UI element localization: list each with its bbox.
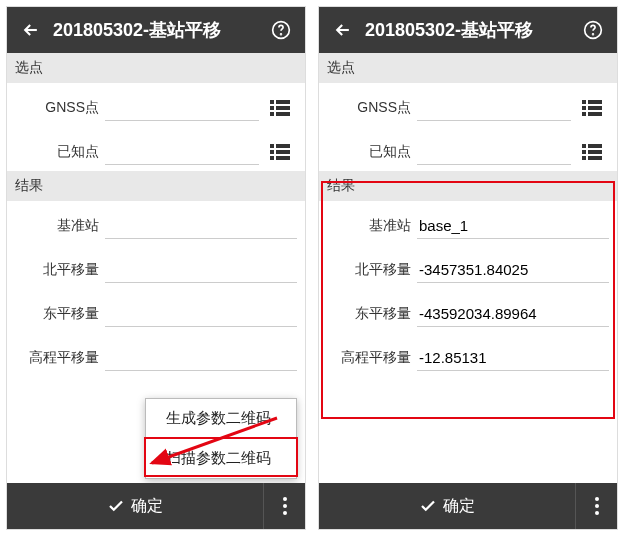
row-north: 北平移量 — [7, 245, 305, 289]
phone-left: 201805302-基站平移 选点 GNSS点 已知点 结果 — [6, 6, 306, 530]
base-input[interactable] — [417, 213, 609, 239]
east-input[interactable] — [417, 301, 609, 327]
gnss-input[interactable] — [105, 95, 259, 121]
menu-generate-qr[interactable]: 生成参数二维码 — [146, 399, 296, 438]
footer-bar: 确定 — [319, 483, 617, 529]
height-label: 高程平移量 — [327, 349, 417, 367]
svg-rect-7 — [276, 112, 290, 116]
svg-point-32 — [595, 497, 599, 501]
gnss-label: GNSS点 — [327, 99, 417, 117]
row-east: 东平移量 — [319, 289, 617, 333]
svg-rect-24 — [582, 112, 586, 116]
row-known: 已知点 — [7, 127, 305, 171]
svg-rect-25 — [588, 112, 602, 116]
svg-rect-2 — [270, 100, 274, 104]
known-label: 已知点 — [327, 143, 417, 161]
east-label: 东平移量 — [15, 305, 105, 323]
base-label: 基准站 — [15, 217, 105, 235]
app-header: 201805302-基站平移 — [319, 7, 617, 53]
svg-rect-21 — [588, 100, 602, 104]
svg-rect-12 — [270, 156, 274, 160]
north-label: 北平移量 — [15, 261, 105, 279]
section-select-point: 选点 — [7, 53, 305, 83]
content-area: 选点 GNSS点 已知点 结果 基准站 北平移量 — [7, 53, 305, 483]
footer-bar: 确定 — [7, 483, 305, 529]
svg-rect-3 — [276, 100, 290, 104]
svg-point-15 — [283, 497, 287, 501]
help-icon[interactable] — [263, 12, 299, 48]
page-title: 201805302-基站平移 — [49, 18, 263, 42]
svg-rect-22 — [582, 106, 586, 110]
svg-point-17 — [283, 511, 287, 515]
svg-rect-28 — [582, 150, 586, 154]
section-select-point: 选点 — [319, 53, 617, 83]
svg-rect-6 — [270, 112, 274, 116]
more-icon[interactable] — [575, 483, 617, 529]
north-label: 北平移量 — [327, 261, 417, 279]
row-known: 已知点 — [319, 127, 617, 171]
svg-point-19 — [593, 34, 594, 35]
qr-popup-menu: 生成参数二维码 扫描参数二维码 — [145, 398, 297, 479]
more-icon[interactable] — [263, 483, 305, 529]
height-input[interactable] — [417, 345, 609, 371]
app-header: 201805302-基站平移 — [7, 7, 305, 53]
svg-point-1 — [281, 34, 282, 35]
list-icon[interactable] — [263, 137, 297, 167]
row-base: 基准站 — [7, 201, 305, 245]
svg-rect-10 — [270, 150, 274, 154]
section-result: 结果 — [319, 171, 617, 201]
svg-rect-9 — [276, 144, 290, 148]
row-east: 东平移量 — [7, 289, 305, 333]
row-base: 基准站 — [319, 201, 617, 245]
svg-rect-27 — [588, 144, 602, 148]
row-gnss: GNSS点 — [7, 83, 305, 127]
known-input[interactable] — [105, 139, 259, 165]
svg-point-16 — [283, 504, 287, 508]
gnss-label: GNSS点 — [15, 99, 105, 117]
svg-rect-29 — [588, 150, 602, 154]
confirm-label: 确定 — [131, 496, 163, 517]
confirm-button[interactable]: 确定 — [319, 496, 575, 517]
gnss-input[interactable] — [417, 95, 571, 121]
phone-right: 201805302-基站平移 选点 GNSS点 已知点 结果 — [318, 6, 618, 530]
page-title: 201805302-基站平移 — [361, 18, 575, 42]
svg-rect-4 — [270, 106, 274, 110]
east-label: 东平移量 — [327, 305, 417, 323]
row-gnss: GNSS点 — [319, 83, 617, 127]
north-input[interactable] — [417, 257, 609, 283]
svg-rect-20 — [582, 100, 586, 104]
svg-rect-26 — [582, 144, 586, 148]
svg-rect-11 — [276, 150, 290, 154]
svg-rect-30 — [582, 156, 586, 160]
confirm-button[interactable]: 确定 — [7, 496, 263, 517]
back-icon[interactable] — [13, 12, 49, 48]
svg-rect-31 — [588, 156, 602, 160]
svg-rect-13 — [276, 156, 290, 160]
known-label: 已知点 — [15, 143, 105, 161]
help-icon[interactable] — [575, 12, 611, 48]
base-input[interactable] — [105, 213, 297, 239]
menu-scan-qr[interactable]: 扫描参数二维码 — [146, 438, 296, 478]
row-height: 高程平移量 — [319, 333, 617, 377]
height-input[interactable] — [105, 345, 297, 371]
row-north: 北平移量 — [319, 245, 617, 289]
svg-rect-5 — [276, 106, 290, 110]
list-icon[interactable] — [263, 93, 297, 123]
east-input[interactable] — [105, 301, 297, 327]
svg-point-34 — [595, 511, 599, 515]
height-label: 高程平移量 — [15, 349, 105, 367]
back-icon[interactable] — [325, 12, 361, 48]
section-result: 结果 — [7, 171, 305, 201]
svg-rect-8 — [270, 144, 274, 148]
base-label: 基准站 — [327, 217, 417, 235]
known-input[interactable] — [417, 139, 571, 165]
content-area: 选点 GNSS点 已知点 结果 基准站 北平移量 — [319, 53, 617, 483]
svg-point-33 — [595, 504, 599, 508]
svg-rect-23 — [588, 106, 602, 110]
list-icon[interactable] — [575, 93, 609, 123]
north-input[interactable] — [105, 257, 297, 283]
row-height: 高程平移量 — [7, 333, 305, 377]
list-icon[interactable] — [575, 137, 609, 167]
confirm-label: 确定 — [443, 496, 475, 517]
